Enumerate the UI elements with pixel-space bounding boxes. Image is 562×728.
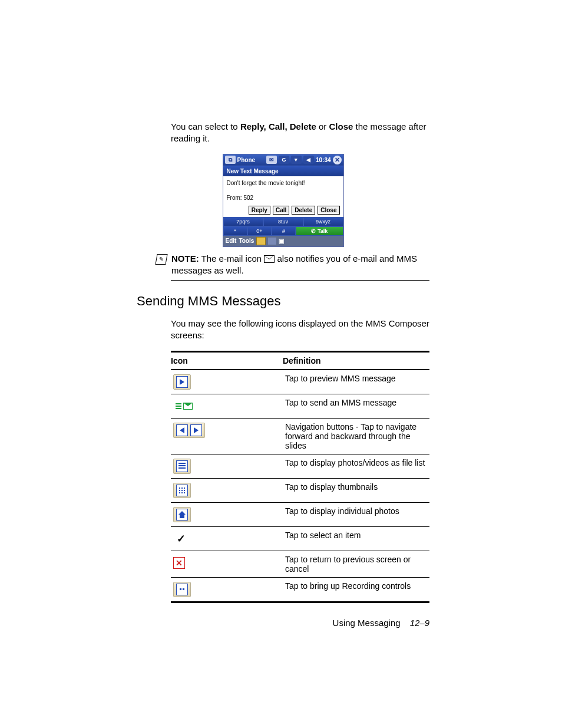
th-definition: Definition [283,356,429,365]
key-star: * [223,226,247,236]
row-def: Tap to return to previous screen or canc… [285,555,429,574]
keypad-row-1: 7pqrs 8tuv 9wxyz [223,217,343,226]
row-def: Navigation buttons - Tap to navigate for… [285,422,429,450]
key-7: 7pqrs [223,217,263,226]
key-8: 8tuv [263,217,303,226]
kbd-icon [268,238,276,245]
note-text: NOTE: The e-mail icon also notifies you … [171,253,429,277]
delete-button: Delete [292,206,315,215]
note-icon: ✎ [155,254,167,265]
note-divider [171,280,429,281]
intro-pre: You can select to [171,121,240,131]
start-flag-icon: ⧉ [225,156,236,164]
file-list-icon [173,459,191,474]
thumbnails-icon [173,483,191,498]
note-label: NOTE: [171,253,199,263]
individual-photo-icon [173,507,191,522]
intro-bold1: Reply, Call, Delete [240,121,316,131]
intro-paragraph: You can select to Reply, Call, Delete or… [171,121,429,145]
section-heading: Sending MMS Messages [137,294,429,309]
app-name: Phone [237,157,256,163]
sip-icon [256,237,266,245]
table-row: Navigation buttons - Tap to navigate for… [171,419,429,454]
message-text: Don't forget the movie tonight! [227,180,340,186]
row-def: Tap to preview MMS message [285,374,429,383]
intro-bold2: Close [329,121,353,131]
close-button: Close [318,206,339,215]
screenshot-figure: ⧉ Phone ✉ G ▾ ◀ 10:34 ✕ New Text Message… [137,154,429,247]
recording-icon [173,582,191,597]
page: You can select to Reply, Call, Delete or… [0,0,562,728]
preview-icon [173,374,191,390]
table-row: ✓ Tap to select an item [171,527,429,551]
page-footer: Using Messaging 12–9 [333,618,429,628]
message-tab: New Text Message [223,166,343,176]
row-def: Tap to display thumbnails [285,482,429,492]
table-row: Tap to display thumbnails [171,479,429,503]
bottom-bar: Edit Tools ▣ [223,236,343,246]
row-def: Tap to select an item [285,531,429,540]
message-body: Don't forget the movie tonight! From: 50… [223,176,343,203]
cancel-icon: ✕ [173,557,185,569]
key-0: 0+ [247,226,272,236]
row-def: Tap to display photos/videos as file lis… [285,458,429,467]
clock: 10:34 [316,157,331,163]
table-row: Tap to display individual photos [171,503,429,527]
call-button: Call [273,206,289,215]
row-def: Tap to send an MMS message [285,398,429,407]
keypad-row-2: * 0+ # ✆ Talk [223,226,343,236]
edit-menu: Edit [226,238,237,244]
talk-label: Talk [318,228,328,234]
send-icon [173,403,193,410]
table-row: Tap to preview MMS message [171,370,429,394]
icon-table: Icon Definition Tap to preview MMS messa… [171,351,429,603]
footer-page: 12–9 [410,618,429,628]
key-9: 9wxyz [303,217,343,226]
talk-button: ✆ Talk [296,226,343,236]
row-def: Tap to display individual photos [285,506,429,516]
footer-label: Using Messaging [333,618,401,628]
speaker-icon: ◀ [303,156,314,164]
tools-menu: Tools [239,238,254,244]
reply-button: Reply [249,206,270,215]
key-hash: # [272,226,296,236]
phone-screenshot: ⧉ Phone ✉ G ▾ ◀ 10:34 ✕ New Text Message… [223,154,344,247]
message-actions: Reply Call Delete Close [223,203,343,217]
checkmark-icon: ✓ [173,532,186,545]
titlebar: ⧉ Phone ✉ G ▾ ◀ 10:34 ✕ [223,154,343,166]
close-icon: ✕ [333,156,342,164]
table-row: Tap to display photos/videos as file lis… [171,454,429,479]
nav-icons [173,423,205,438]
message-from: From: 502 [227,195,340,201]
signal-icon: ▾ [291,156,302,164]
table-header-row: Icon Definition [171,353,429,370]
table-row: Tap to send an MMS message [171,394,429,419]
misc-icon: ▣ [279,238,287,245]
intro-mid: or [319,121,329,131]
gprs-icon: G [279,156,289,164]
row-def: Tap to bring up Recording controls [285,581,429,591]
note-block: ✎ NOTE: The e-mail icon also notifies yo… [156,253,429,277]
table-row: Tap to bring up Recording controls [171,578,429,601]
email-icon [264,255,275,263]
phone-icon: ✆ [311,228,316,234]
table-row: ✕ Tap to return to previous screen or ca… [171,551,429,578]
mail-status-icon: ✉ [266,156,277,164]
note-pre: The e-mail icon [201,253,265,263]
section-intro: You may see the following icons displaye… [171,318,429,342]
th-icon: Icon [171,356,283,365]
